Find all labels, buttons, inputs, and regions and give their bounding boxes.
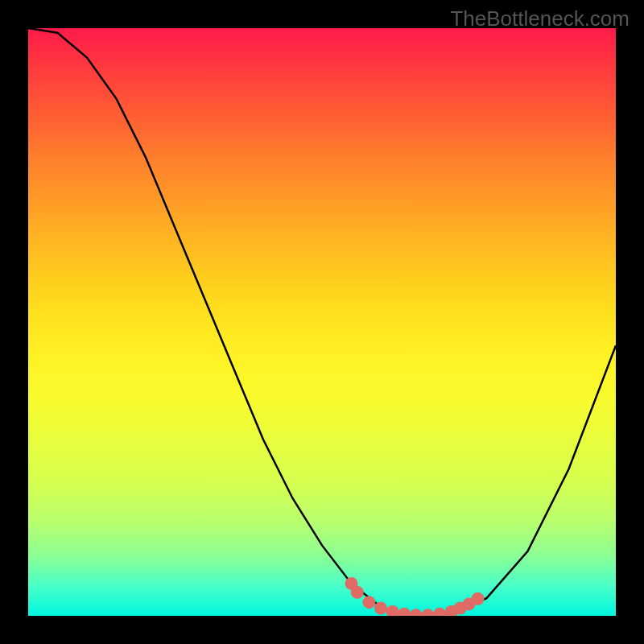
- highlight-dot: [374, 602, 387, 615]
- watermark-text: TheBottleneck.com: [450, 6, 630, 31]
- highlight-dot: [410, 609, 423, 616]
- highlight-dot: [421, 609, 434, 616]
- highlight-dots-group: [345, 577, 485, 616]
- highlight-dot: [362, 596, 375, 609]
- highlight-dot: [433, 608, 446, 616]
- highlight-dot: [351, 586, 364, 599]
- chart-svg: [28, 28, 616, 616]
- highlight-dot: [386, 605, 399, 616]
- highlight-dot: [398, 608, 411, 616]
- highlight-dot: [472, 592, 485, 605]
- bottleneck-curve: [28, 28, 616, 616]
